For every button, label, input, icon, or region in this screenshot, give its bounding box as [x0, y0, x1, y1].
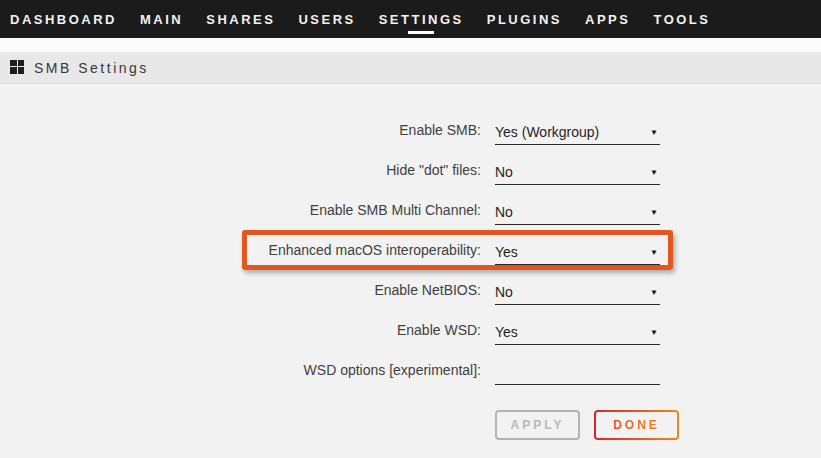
enable-wsd-select[interactable]: Yes ▼	[495, 324, 660, 345]
enable-netbios-value: No	[495, 284, 513, 300]
hide-dot-files-label: Hide "dot" files:	[0, 162, 481, 185]
nav-item-apps[interactable]: APPS	[585, 6, 630, 33]
enable-wsd-label: Enable WSD:	[0, 322, 481, 345]
chevron-down-icon: ▼	[650, 166, 660, 180]
wsd-options-input[interactable]	[495, 364, 660, 380]
smb-multi-channel-value: No	[495, 204, 513, 220]
form-row-enable-wsd: Enable WSD: Yes ▼	[0, 305, 821, 345]
enable-smb-value: Yes (Workgroup)	[495, 124, 599, 140]
nav-item-settings[interactable]: SETTINGS	[379, 6, 464, 33]
page-title: SMB Settings	[34, 60, 149, 76]
chevron-down-icon: ▼	[650, 126, 660, 140]
macos-interoperability-value: Yes	[495, 244, 518, 260]
enable-netbios-label: Enable NetBIOS:	[0, 282, 481, 305]
hide-dot-files-value: No	[495, 164, 513, 180]
enable-smb-select[interactable]: Yes (Workgroup) ▼	[495, 124, 660, 145]
macos-interoperability-label: Enhanced macOS interoperability:	[0, 242, 481, 265]
spacer-strip	[0, 38, 821, 52]
form-row-enable-smb: Enable SMB: Yes (Workgroup) ▼	[0, 105, 821, 145]
smb-multi-channel-label: Enable SMB Multi Channel:	[0, 202, 481, 225]
form-buttons: APPLY DONE	[495, 410, 821, 440]
nav-item-shares[interactable]: SHARES	[206, 6, 275, 33]
chevron-down-icon: ▼	[650, 246, 660, 260]
done-button-inner: DONE	[596, 412, 677, 438]
nav-item-plugins[interactable]: PLUGINS	[487, 6, 562, 33]
smb-settings-form: Enable SMB: Yes (Workgroup) ▼ Hide "dot"…	[0, 84, 821, 440]
top-navigation: DASHBOARD MAIN SHARES USERS SETTINGS PLU…	[0, 0, 821, 38]
nav-item-users[interactable]: USERS	[298, 6, 355, 33]
form-row-hide-dot-files: Hide "dot" files: No ▼	[0, 145, 821, 185]
chevron-down-icon: ▼	[650, 326, 660, 340]
chevron-down-icon: ▼	[650, 206, 660, 220]
nav-item-main[interactable]: MAIN	[140, 6, 183, 33]
enable-wsd-value: Yes	[495, 324, 518, 340]
wsd-options-label: WSD options [experimental]:	[0, 362, 481, 385]
enable-netbios-select[interactable]: No ▼	[495, 284, 660, 305]
nav-item-tools[interactable]: TOOLS	[653, 6, 710, 33]
smb-multi-channel-select[interactable]: No ▼	[495, 204, 660, 225]
form-row-smb-multi-channel: Enable SMB Multi Channel: No ▼	[0, 185, 821, 225]
page-header: SMB Settings	[0, 52, 821, 84]
windows-icon	[10, 60, 25, 75]
hide-dot-files-select[interactable]: No ▼	[495, 164, 660, 185]
done-button-label: DONE	[613, 418, 660, 432]
macos-interoperability-select[interactable]: Yes ▼	[495, 244, 660, 265]
enable-smb-label: Enable SMB:	[0, 122, 481, 145]
form-row-enable-netbios: Enable NetBIOS: No ▼	[0, 265, 821, 305]
wsd-options-field-wrap	[495, 364, 660, 385]
chevron-down-icon: ▼	[650, 286, 660, 300]
done-button[interactable]: DONE	[594, 410, 679, 440]
form-row-wsd-options: WSD options [experimental]:	[0, 345, 821, 385]
nav-item-dashboard[interactable]: DASHBOARD	[10, 6, 117, 33]
form-row-macos-interoperability: Enhanced macOS interoperability: Yes ▼	[0, 225, 821, 265]
apply-button[interactable]: APPLY	[495, 410, 580, 440]
